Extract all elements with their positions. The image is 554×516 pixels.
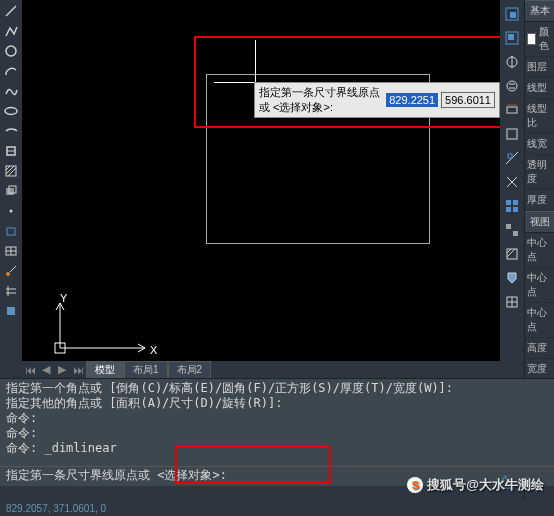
- table-tool-icon[interactable]: [2, 242, 20, 260]
- ucs-icon: [50, 298, 150, 361]
- svg-line-17: [10, 266, 16, 272]
- axis-x-label: X: [150, 344, 157, 356]
- xline-tool-icon[interactable]: [2, 262, 20, 280]
- svg-line-0: [6, 6, 16, 16]
- point-tool-icon[interactable]: [2, 202, 20, 220]
- tab-model[interactable]: 模型: [86, 361, 124, 379]
- polyline-tool-icon[interactable]: [2, 22, 20, 40]
- ellipse-tool-icon[interactable]: [2, 102, 20, 120]
- text-tool-icon[interactable]: [2, 222, 20, 240]
- hatch-tool-icon[interactable]: [2, 162, 20, 180]
- prop-color[interactable]: 颜色: [525, 22, 554, 57]
- sohu-logo-icon: S: [407, 477, 423, 493]
- right-tool-5-icon[interactable]: [502, 100, 522, 120]
- history-line: 指定第一个角点或 [倒角(C)/标高(E)/圆角(F)/正方形(S)/厚度(T)…: [6, 381, 548, 396]
- svg-rect-5: [6, 166, 16, 176]
- prop-lineweight[interactable]: 线宽: [525, 134, 554, 155]
- axis-y-label: Y: [60, 292, 67, 304]
- history-line: 命令:: [6, 411, 548, 426]
- right-tool-9-icon[interactable]: [502, 196, 522, 216]
- tab-last-icon[interactable]: ⏭: [70, 363, 86, 377]
- history-line: 指定其他的角点或 [面积(A)/尺寸(D)/旋转(R)]:: [6, 396, 548, 411]
- prop-height[interactable]: 高度: [525, 338, 554, 359]
- tab-next-icon[interactable]: ▶: [54, 363, 70, 377]
- prop-ltscale[interactable]: 线型比: [525, 99, 554, 134]
- svg-rect-28: [507, 107, 517, 113]
- svg-line-42: [507, 249, 511, 253]
- tooltip-value-1[interactable]: 829.2251: [386, 93, 438, 107]
- prop-transparency[interactable]: 透明度: [525, 155, 554, 190]
- right-tool-10-icon[interactable]: [502, 220, 522, 240]
- prop-layer[interactable]: 图层: [525, 57, 554, 78]
- svg-rect-40: [513, 231, 518, 236]
- layout-tab-bar: ⏮ ◀ ▶ ⏭ 模型 布局1 布局2: [22, 361, 500, 378]
- svg-rect-12: [7, 228, 15, 235]
- left-toolbar: [0, 0, 22, 378]
- history-line: 命令:: [6, 426, 548, 441]
- prop-center3[interactable]: 中心点: [525, 303, 554, 338]
- right-tool-4-icon[interactable]: [502, 76, 522, 96]
- svg-rect-38: [513, 207, 518, 212]
- svg-rect-39: [506, 224, 511, 229]
- prop-width[interactable]: 宽度: [525, 359, 554, 380]
- status-bar: 829.2057, 371.0601, 0: [0, 500, 554, 516]
- prop-linetype[interactable]: 线型: [525, 78, 554, 99]
- tooltip-value-2: 596.6011: [441, 92, 495, 108]
- block-tool-icon[interactable]: [2, 142, 20, 160]
- tooltip-prompt: 指定第一条尺寸界线原点或 <选择对象>:: [259, 85, 383, 115]
- construction-tool-icon[interactable]: [2, 282, 20, 300]
- watermark-text: 搜狐号@大水牛测绘: [427, 476, 544, 494]
- svg-rect-25: [508, 34, 514, 40]
- svg-point-16: [6, 272, 10, 276]
- tab-first-icon[interactable]: ⏮: [22, 363, 38, 377]
- svg-rect-36: [513, 200, 518, 205]
- prop-thickness[interactable]: 厚度: [525, 190, 554, 211]
- svg-rect-32: [508, 154, 512, 158]
- svg-line-8: [8, 168, 16, 176]
- svg-rect-30: [507, 129, 517, 139]
- svg-line-7: [6, 166, 14, 174]
- scale-tool-icon[interactable]: [2, 302, 20, 320]
- panel-section-view[interactable]: 视图: [525, 211, 554, 233]
- svg-rect-41: [507, 249, 517, 259]
- svg-point-11: [10, 210, 13, 213]
- right-toolbar: [500, 0, 524, 378]
- svg-rect-9: [6, 188, 14, 195]
- svg-point-1: [6, 46, 16, 56]
- coordinates-readout: 829.2057, 371.0601, 0: [6, 503, 106, 514]
- annotation-highlight-bottom: [175, 446, 331, 484]
- line-tool-icon[interactable]: [2, 2, 20, 20]
- drawing-canvas[interactable]: 指定第一条尺寸界线原点或 <选择对象>: 829.2251 596.6011 Y…: [22, 0, 500, 361]
- circle-tool-icon[interactable]: [2, 42, 20, 60]
- right-tool-7-icon[interactable]: [502, 148, 522, 168]
- svg-point-2: [5, 108, 17, 115]
- right-tool-8-icon[interactable]: [502, 172, 522, 192]
- svg-rect-18: [7, 307, 15, 315]
- ellipse-arc-tool-icon[interactable]: [2, 122, 20, 140]
- prop-center2[interactable]: 中心点: [525, 268, 554, 303]
- arc-tool-icon[interactable]: [2, 62, 20, 80]
- spline-tool-icon[interactable]: [2, 82, 20, 100]
- tab-prev-icon[interactable]: ◀: [38, 363, 54, 377]
- right-tool-11-icon[interactable]: [502, 244, 522, 264]
- tab-layout1[interactable]: 布局1: [124, 361, 168, 379]
- right-tool-3-icon[interactable]: [502, 52, 522, 72]
- svg-rect-37: [506, 207, 511, 212]
- right-tool-2-icon[interactable]: [502, 28, 522, 48]
- prop-center1[interactable]: 中心点: [525, 233, 554, 268]
- right-tool-6-icon[interactable]: [502, 124, 522, 144]
- right-tool-13-icon[interactable]: [502, 292, 522, 312]
- svg-rect-23: [510, 12, 516, 18]
- panel-section-basic[interactable]: 基本: [525, 0, 554, 22]
- watermark: S 搜狐号@大水牛测绘: [407, 476, 544, 494]
- svg-point-27: [507, 81, 517, 91]
- svg-rect-35: [506, 200, 511, 205]
- tab-layout2[interactable]: 布局2: [168, 361, 212, 379]
- svg-line-43: [507, 249, 515, 257]
- svg-line-6: [6, 166, 10, 170]
- right-tool-12-icon[interactable]: [502, 268, 522, 288]
- region-tool-icon[interactable]: [2, 182, 20, 200]
- right-tool-1-icon[interactable]: [502, 4, 522, 24]
- color-swatch-icon: [527, 33, 536, 45]
- dynamic-input-tooltip: 指定第一条尺寸界线原点或 <选择对象>: 829.2251 596.6011: [254, 82, 500, 118]
